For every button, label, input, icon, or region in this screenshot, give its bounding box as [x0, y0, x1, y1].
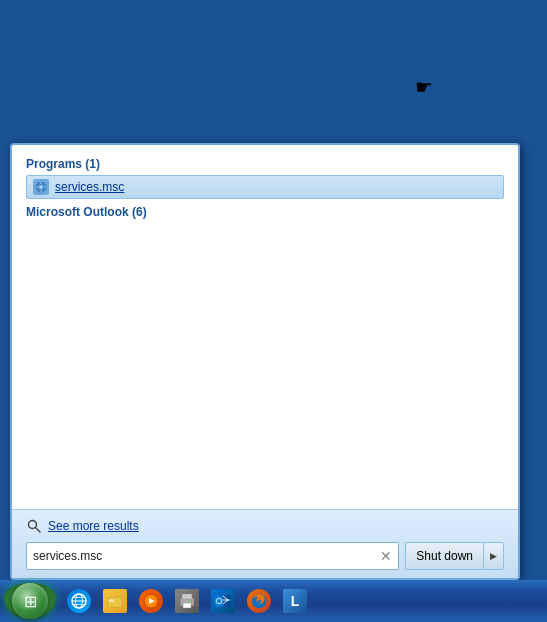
windows-explorer-icon — [103, 589, 127, 613]
firefox-browser-icon — [247, 589, 271, 613]
search-row: services.msc ✕ Shut down — [26, 542, 504, 570]
outlook-section: Microsoft Outlook (6) — [26, 205, 504, 219]
svg-line-7 — [36, 528, 40, 532]
svg-point-21 — [190, 600, 192, 602]
taskbar-outlook-icon[interactable] — [206, 584, 240, 618]
windows-orb: ⊞ — [12, 583, 48, 619]
see-more-results[interactable]: See more results — [26, 518, 504, 534]
windows-logo-icon: ⊞ — [24, 592, 37, 611]
search-area: See more results services.msc ✕ Shut dow… — [12, 509, 518, 578]
windows-media-player-icon — [139, 589, 163, 613]
magnifier-icon — [26, 518, 42, 534]
taskbar: ⊞ — [0, 580, 547, 622]
outlook-section-header: Microsoft Outlook (6) — [26, 205, 504, 219]
svg-point-25 — [217, 599, 221, 603]
search-box-value: services.msc — [33, 549, 102, 563]
svg-point-6 — [29, 521, 37, 529]
svg-rect-20 — [183, 603, 191, 608]
taskbar-network-icon[interactable] — [170, 584, 204, 618]
svg-rect-14 — [109, 599, 114, 602]
taskbar-ie-icon[interactable] — [62, 584, 96, 618]
shutdown-main-button[interactable]: Shut down — [405, 542, 483, 570]
see-more-text: See more results — [48, 519, 139, 533]
taskbar-firefox-icon[interactable] — [242, 584, 276, 618]
network-printer-icon — [175, 589, 199, 613]
microsoft-outlook-icon — [211, 589, 235, 613]
svg-rect-19 — [182, 594, 192, 599]
shutdown-button-group: Shut down — [405, 542, 504, 570]
services-msc-item[interactable]: services.msc — [26, 175, 504, 199]
internet-explorer-icon — [67, 589, 91, 613]
start-button[interactable]: ⊞ — [4, 583, 56, 619]
taskbar-msc-icon[interactable]: L — [278, 584, 312, 618]
start-menu-content: Programs (1) services.msc Microsoft Outl… — [12, 145, 518, 509]
services-msc-label: services.msc — [55, 180, 124, 194]
taskbar-explorer-icon[interactable] — [98, 584, 132, 618]
content-area — [26, 219, 504, 499]
svg-point-1 — [39, 185, 43, 189]
start-menu: Programs (1) services.msc Microsoft Outl… — [10, 143, 520, 580]
msc-app-icon: L — [283, 589, 307, 613]
shutdown-arrow-button[interactable] — [483, 542, 504, 570]
search-box[interactable]: services.msc ✕ — [26, 542, 399, 570]
cursor: ☛ — [415, 75, 433, 99]
services-msc-icon — [33, 179, 49, 195]
programs-section-header: Programs (1) — [26, 157, 504, 171]
search-clear-button[interactable]: ✕ — [380, 549, 392, 563]
taskbar-wmp-icon[interactable] — [134, 584, 168, 618]
